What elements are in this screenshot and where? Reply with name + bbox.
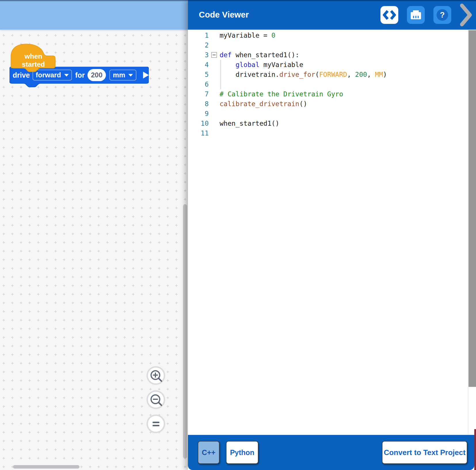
workspace-vertical-scrollbar[interactable] bbox=[183, 204, 187, 458]
code-editor-area: 1myVariable = 023def when_started1():4 g… bbox=[188, 30, 476, 435]
collapse-panel-chevron-icon bbox=[460, 3, 472, 26]
fold-toggle-icon[interactable] bbox=[211, 52, 217, 58]
code-view-button[interactable] bbox=[380, 6, 398, 24]
line-number: 11 bbox=[188, 129, 209, 137]
code-line: 11 bbox=[188, 128, 467, 138]
code-viewer-panel: Code Viewer bbox=[188, 0, 476, 470]
line-number: 9 bbox=[188, 110, 209, 117]
line-number: 7 bbox=[188, 90, 209, 98]
toolbar-strip bbox=[0, 0, 188, 30]
code-line: 1myVariable = 0 bbox=[188, 30, 467, 40]
header-icon-group: ? bbox=[380, 3, 476, 26]
zoom-in-icon bbox=[148, 368, 164, 383]
code-line: 10when_started1() bbox=[188, 119, 467, 128]
code-line: 3def when_started1(): bbox=[188, 50, 467, 60]
python-language-button[interactable]: Python bbox=[226, 441, 258, 464]
line-number: 8 bbox=[188, 100, 209, 108]
distance-value: 200 bbox=[91, 71, 102, 79]
for-label: for bbox=[75, 71, 85, 79]
chevron-down-icon bbox=[128, 74, 133, 77]
zoom-in-button[interactable] bbox=[146, 366, 165, 385]
reset-zoom-icon bbox=[148, 416, 164, 432]
code-scrollbar-track[interactable] bbox=[468, 30, 476, 435]
canvas-zoom-controls bbox=[146, 366, 166, 439]
distance-input[interactable]: 200 bbox=[87, 69, 106, 81]
zoom-out-button[interactable] bbox=[146, 390, 165, 409]
cpp-language-button[interactable]: C++ bbox=[198, 441, 220, 464]
line-number: 5 bbox=[188, 71, 209, 78]
line-number: 4 bbox=[188, 61, 209, 68]
collapse-panel-button[interactable] bbox=[460, 3, 472, 26]
code-lines: 1myVariable = 023def when_started1():4 g… bbox=[188, 30, 467, 138]
chevron-down-icon bbox=[64, 74, 69, 77]
line-number: 6 bbox=[188, 81, 209, 88]
blocks-workspace-panel: drive forward for 200 mm bbox=[0, 0, 188, 470]
vexcode-blocks-app: drive forward for 200 mm bbox=[0, 0, 476, 470]
unit-value: mm bbox=[113, 71, 125, 79]
code-line: 5 drivetrain.drive_for(FORWARD, 200, MM) bbox=[188, 70, 467, 79]
convert-to-text-project-button[interactable]: Convert to Text Project bbox=[382, 441, 467, 464]
code-line: 9 bbox=[188, 109, 467, 119]
help-button[interactable]: ? bbox=[433, 6, 451, 24]
brain-icon bbox=[409, 8, 422, 22]
when-started-label: when started bbox=[14, 52, 53, 68]
code-viewer-footer: C++ Python Convert to Text Project bbox=[188, 435, 474, 470]
code-line: 4 global myVariable bbox=[188, 60, 467, 70]
line-number: 3 bbox=[188, 51, 209, 59]
code-line: 7# Calibrate the Drivetrain Gyro bbox=[188, 89, 467, 99]
blocks-canvas[interactable]: drive forward for 200 mm bbox=[0, 30, 188, 470]
window-edge-strip bbox=[474, 429, 476, 470]
run-block-play-icon[interactable] bbox=[143, 72, 149, 79]
workspace-horizontal-scrollbar[interactable] bbox=[13, 465, 79, 469]
code-icon bbox=[383, 9, 396, 21]
code-line: 8calibrate_drivetrain() bbox=[188, 99, 467, 109]
line-number: 2 bbox=[188, 41, 209, 49]
code-viewer-header: Code Viewer bbox=[188, 0, 476, 30]
line-number: 10 bbox=[188, 120, 209, 127]
help-icon: ? bbox=[435, 8, 449, 22]
reset-zoom-button[interactable] bbox=[146, 414, 165, 433]
svg-text:?: ? bbox=[440, 11, 445, 19]
code-line: 6 bbox=[188, 79, 467, 89]
code-line: 2 bbox=[188, 40, 467, 50]
zoom-out-icon bbox=[148, 392, 164, 408]
unit-dropdown[interactable]: mm bbox=[109, 70, 136, 81]
when-started-block[interactable]: when started bbox=[9, 43, 57, 72]
code-viewer-title: Code Viewer bbox=[199, 10, 249, 20]
brain-button[interactable] bbox=[407, 6, 425, 24]
code-scrollbar-thumb[interactable] bbox=[469, 30, 476, 387]
line-number: 1 bbox=[188, 32, 209, 39]
block-stack: drive forward for 200 mm bbox=[9, 43, 153, 118]
